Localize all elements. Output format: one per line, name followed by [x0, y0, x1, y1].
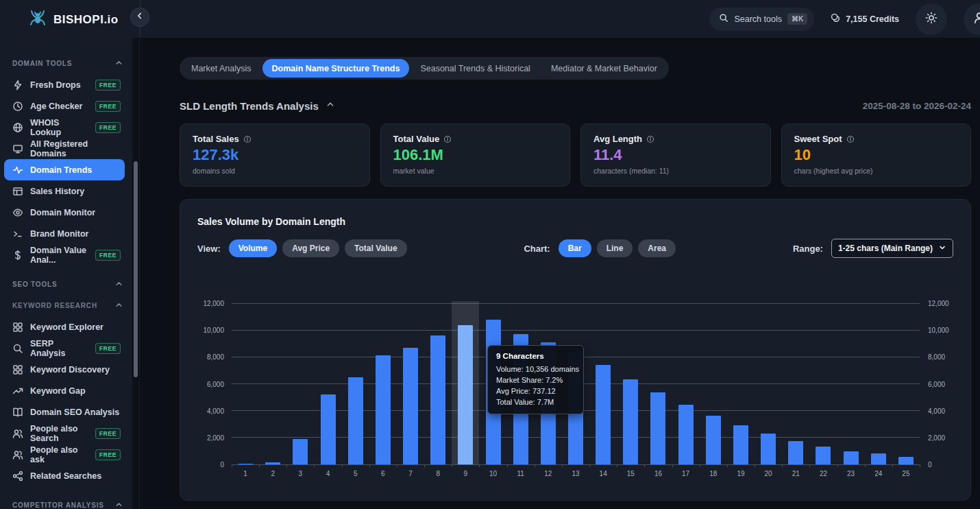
sidebar-item-fresh-drops[interactable]: Fresh DropsFREE — [4, 74, 125, 95]
info-icon[interactable] — [443, 135, 452, 143]
sidebar-item-label: Fresh Drops — [30, 80, 81, 90]
sidebar-item-keyword-explorer[interactable]: Keyword Explorer — [4, 316, 125, 338]
view-pill-volume[interactable]: Volume — [229, 239, 277, 257]
tab-mediator-market-behavior[interactable]: Mediator & Market Behavior — [541, 59, 667, 78]
sidebar-item-age-checker[interactable]: Age CheckerFREE — [4, 95, 125, 117]
y-axis-label-left-2000: 2,000 — [180, 434, 224, 442]
bar-14[interactable] — [596, 365, 611, 464]
theme-toggle-button[interactable] — [916, 3, 947, 35]
sidebar-item-people-also-search[interactable]: People also SearchFREE — [4, 423, 125, 444]
tab-domain-name-structure-trends[interactable]: Domain Name Structure Trends — [262, 59, 410, 78]
bar-22[interactable] — [816, 447, 831, 464]
x-axis-label-3: 3 — [299, 470, 303, 477]
bar-16[interactable] — [650, 392, 665, 464]
sidebar-item-people-also-ask[interactable]: People also askFREE — [4, 444, 125, 465]
chart-type-pill-bar[interactable]: Bar — [559, 239, 591, 257]
chart-type-pill-line[interactable]: Line — [597, 239, 633, 257]
terminal-icon — [12, 228, 23, 239]
bar-6[interactable] — [376, 355, 391, 464]
chart-type-pill-area[interactable]: Area — [638, 239, 676, 257]
sidebar-section-domain-tools[interactable]: DOMAIN TOOLS — [0, 53, 140, 74]
x-axis-tick — [644, 464, 645, 467]
bar-17[interactable] — [678, 405, 694, 464]
sidebar-item-brand-monitor[interactable]: Brand Monitor — [4, 223, 125, 244]
bar-13[interactable] — [568, 352, 583, 465]
bar-10[interactable] — [486, 320, 501, 465]
x-axis-tick — [920, 464, 920, 467]
sidebar-item-keyword-discovery[interactable]: Keyword Discovery — [4, 359, 125, 380]
sidebar-item-whois-lookup[interactable]: WHOIS LookupFREE — [4, 117, 125, 138]
x-axis-tick — [727, 464, 728, 467]
sidebar-item-all-registered-domains[interactable]: All Registered Domains — [4, 138, 125, 159]
logo[interactable]: BISHOPI.io — [27, 8, 119, 32]
bar-21[interactable] — [788, 441, 803, 464]
zap-icon — [12, 80, 23, 91]
view-pill-avg-price[interactable]: Avg Price — [282, 239, 339, 257]
sidebar-item-keyword-gap[interactable]: Keyword Gap — [4, 380, 125, 401]
sidebar-section-competitor-analysis[interactable]: COMPETITOR ANALYSIS — [0, 495, 140, 509]
sidebar-section-keyword-research[interactable]: KEYWORD RESEARCH — [0, 295, 140, 316]
credits-button[interactable]: 7,155 Credits — [831, 13, 899, 25]
x-axis-tick — [617, 464, 617, 467]
stat-card-sweet-spot: Sweet Spot10chars (highest avg price) — [781, 123, 972, 187]
sidebar-item-label: Age Checker — [30, 102, 82, 111]
search-tools-button[interactable]: Search tools ⌘K — [709, 8, 814, 31]
sidebar-item-label: WHOIS Lookup — [30, 118, 88, 137]
info-icon[interactable] — [243, 135, 252, 143]
bar-18[interactable] — [706, 416, 721, 464]
x-axis-tick — [452, 464, 452, 467]
x-axis-label-4: 4 — [326, 470, 330, 477]
free-badge: FREE — [95, 428, 121, 439]
bar-19[interactable] — [733, 425, 748, 464]
sidebar-scrollbar-thumb[interactable] — [134, 161, 138, 377]
stat-sublabel: domains sold — [193, 167, 357, 175]
bar-5[interactable] — [348, 377, 363, 464]
bar-3[interactable] — [293, 439, 308, 464]
info-icon[interactable] — [846, 135, 855, 143]
bar-12[interactable] — [541, 342, 556, 464]
bar-15[interactable] — [623, 379, 638, 464]
info-icon[interactable] — [646, 135, 654, 143]
bar-4[interactable] — [321, 394, 336, 464]
sidebar-item-domain-value-anal[interactable]: Domain Value Anal...FREE — [4, 244, 125, 265]
sidebar-item-related-searches[interactable]: Related Searches — [4, 465, 125, 486]
view-pill-total-value[interactable]: Total Value — [345, 239, 406, 257]
user-icon — [973, 12, 980, 27]
section-collapse-toggle[interactable]: SLD Length Trends Analysis — [180, 99, 335, 112]
x-axis-tick — [809, 464, 810, 467]
bar-23[interactable] — [844, 451, 859, 464]
x-axis-label-14: 14 — [600, 470, 607, 477]
sidebar-item-sales-history[interactable]: Sales History — [4, 180, 125, 202]
chevron-down-icon — [938, 244, 946, 254]
x-axis-tick — [232, 464, 232, 467]
x-axis-label-2: 2 — [271, 470, 275, 477]
tab-seasonal-trends-historical[interactable]: Seasonal Trends & Historical — [411, 59, 540, 78]
stat-sublabel: characters (median: 11) — [593, 167, 758, 175]
x-axis-label-9: 9 — [464, 470, 468, 477]
range-select[interactable]: 1-25 chars (Main Range) — [831, 239, 953, 258]
y-axis-label-right-2000: 2,000 — [928, 434, 969, 442]
sidebar: DOMAIN TOOLSFresh DropsFREEAge CheckerFR… — [0, 38, 140, 509]
eye-icon — [12, 207, 23, 218]
bar-11[interactable] — [513, 334, 528, 464]
sidebar-item-domain-monitor[interactable]: Domain Monitor — [4, 202, 125, 223]
sidebar-item-serp-analysis[interactable]: SERP AnalysisFREE — [4, 338, 125, 359]
sidebar-item-label: People also ask — [30, 445, 88, 464]
bar-9[interactable] — [458, 325, 473, 464]
sidebar-item-domain-seo-analysis[interactable]: Domain SEO Analysis — [4, 401, 125, 423]
x-axis-label-6: 6 — [381, 470, 385, 477]
user-account-button[interactable] — [964, 3, 980, 35]
x-axis-tick — [700, 464, 700, 467]
sidebar-section-title: COMPETITOR ANALYSIS — [12, 501, 104, 509]
sidebar-section-seo-tools[interactable]: SEO TOOLS — [0, 274, 140, 295]
bar-25[interactable] — [898, 457, 914, 464]
bar-8[interactable] — [430, 335, 445, 464]
bar-7[interactable] — [403, 348, 418, 464]
bar-20[interactable] — [761, 434, 776, 464]
sidebar-item-domain-trends[interactable]: Domain Trends — [4, 159, 125, 180]
sidebar-collapse-button[interactable] — [130, 8, 149, 27]
bar-24[interactable] — [871, 453, 886, 464]
dollar-icon — [12, 250, 23, 261]
range-group: Range: 1-25 chars (Main Range) — [793, 239, 953, 258]
tab-market-analysis[interactable]: Market Analysis — [182, 59, 261, 78]
